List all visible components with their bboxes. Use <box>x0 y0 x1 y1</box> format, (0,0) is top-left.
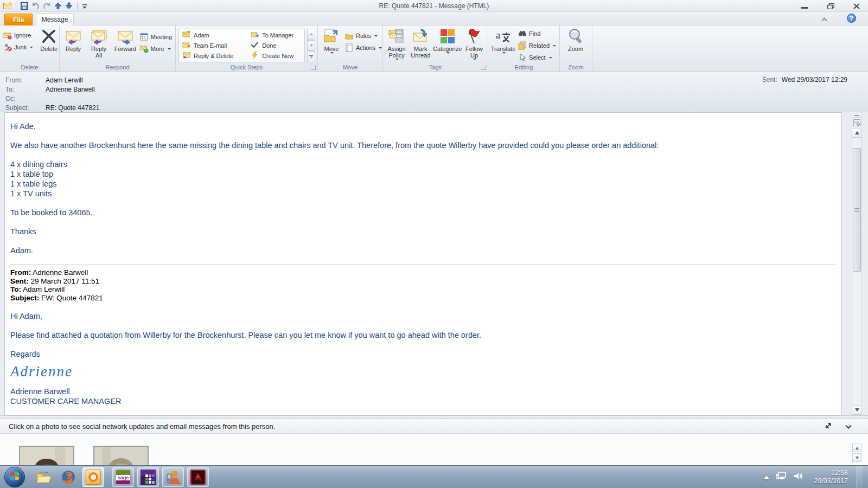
group-caption-tags: Tags <box>383 64 488 70</box>
to-value: Adrienne Barwell <box>46 86 95 93</box>
quick-access-toolbar <box>0 2 87 10</box>
minimize-ribbon-button[interactable] <box>818 15 830 23</box>
start-button[interactable] <box>4 467 25 487</box>
delete-x-icon <box>40 28 58 45</box>
message-body[interactable]: Hi Ade, We also have another Brockenhurs… <box>4 112 842 415</box>
triangle-up-icon <box>856 447 859 450</box>
quoted-to-value: Adam Lerwill <box>23 285 65 293</box>
body-scrollbar[interactable] <box>852 113 862 415</box>
svg-text:a: a <box>496 30 500 41</box>
sent-label: Sent: <box>762 76 777 84</box>
quick-steps-scroll-down-button[interactable] <box>307 40 315 51</box>
taskbar-outlook-button[interactable] <box>82 467 104 487</box>
show-desktop-button[interactable] <box>857 466 863 488</box>
quick-steps-scroll-up-button[interactable] <box>307 29 315 40</box>
splitter-grip[interactable] <box>852 113 861 118</box>
quick-step-to-manager[interactable]: To Manager <box>251 30 301 40</box>
categorize-button[interactable]: Categorize <box>432 27 462 63</box>
reading-pane-icon[interactable] <box>852 118 861 129</box>
select-button[interactable]: Select <box>516 52 558 63</box>
folder-icon <box>36 470 51 485</box>
message-header: From:Adam Lerwill To:Adrienne Barwell Cc… <box>0 72 868 112</box>
group-caption-quick-steps: Quick Steps <box>176 64 317 70</box>
quoted-from-label: From: <box>10 268 31 277</box>
subject-value: RE: Quote 447821 <box>46 104 99 112</box>
related-button[interactable]: Related <box>516 40 558 51</box>
quick-step-team-email[interactable]: Team E-mail <box>182 41 241 50</box>
save-button[interactable] <box>21 2 28 10</box>
junk-icon <box>3 43 12 52</box>
divider <box>16 2 16 10</box>
junk-button[interactable]: Junk <box>2 42 35 53</box>
scroll-up-button[interactable] <box>852 129 861 138</box>
quick-step-create-new[interactable]: Create New <box>251 51 301 61</box>
triangle-down-icon <box>310 56 313 59</box>
firefox-icon <box>61 470 76 485</box>
quick-step-adam[interactable]: Adam <box>182 30 241 40</box>
quick-step-done[interactable]: Done <box>251 41 301 50</box>
taskbar-sage-button[interactable]: sage <box>112 467 134 487</box>
scrollbar-thumb[interactable] <box>853 148 861 272</box>
taskbar-contacts-button[interactable] <box>162 467 184 487</box>
taskbar-firefox-button[interactable] <box>58 467 79 487</box>
minimize-button[interactable] <box>797 1 812 11</box>
ribbon-group-zoom: Zoom Zoom <box>560 25 592 72</box>
actions-button[interactable]: Actions <box>343 42 384 53</box>
meeting-button[interactable]: Meeting <box>138 31 174 42</box>
next-item-button[interactable] <box>65 2 73 9</box>
contact-photo[interactable] <box>93 446 149 465</box>
forward-button[interactable]: Forward <box>112 27 138 63</box>
more-respond-button[interactable]: More <box>138 43 174 54</box>
ignore-icon <box>3 31 12 40</box>
find-button[interactable]: Find <box>516 28 558 39</box>
tab-file[interactable]: File <box>4 14 33 25</box>
redo-button[interactable] <box>43 2 51 10</box>
restore-button[interactable] <box>824 1 838 11</box>
taskbar-adobe-reader-button[interactable] <box>187 467 209 487</box>
close-button[interactable] <box>850 1 864 11</box>
mark-unread-button[interactable]: Mark Unread <box>409 27 432 63</box>
quick-step-reply-delete[interactable]: Reply & Delete <box>182 51 241 61</box>
rules-button[interactable]: Rules <box>343 30 384 41</box>
follow-up-button[interactable]: Follow Up <box>462 27 486 63</box>
body-paragraph: We also have another Brockenhurst here t… <box>10 140 836 150</box>
network-icon[interactable] <box>776 471 787 483</box>
scroll-down-button[interactable] <box>852 405 861 414</box>
dialog-launcher-icon[interactable] <box>481 65 486 70</box>
expand-people-pane-button[interactable] <box>825 422 832 431</box>
contact-photo[interactable] <box>19 446 74 465</box>
group-caption-respond: Respond <box>60 64 175 70</box>
tab-message[interactable]: Message <box>36 13 74 26</box>
volume-icon[interactable] <box>793 471 804 483</box>
people-pane-splitter[interactable] <box>0 415 868 419</box>
assign-policy-button[interactable]: Assign Policy <box>385 27 409 63</box>
move-button[interactable]: Move <box>320 27 343 63</box>
quick-step-icon <box>182 31 191 40</box>
quick-steps-more-button[interactable] <box>307 52 315 62</box>
dropdown-arrow-icon <box>553 45 556 47</box>
lightning-icon <box>251 52 259 60</box>
previous-item-button[interactable] <box>54 2 62 9</box>
tray-expand-icon[interactable] <box>764 476 769 479</box>
taskbar-clock[interactable]: 12:58 29/03/2017 <box>814 469 848 485</box>
people-scroll-up-button[interactable] <box>852 444 861 452</box>
ribbon-group-delete: Ignore Junk Delete Delete <box>0 25 60 72</box>
customize-qat-button[interactable] <box>82 3 87 9</box>
ribbon-empty-space <box>592 25 868 72</box>
translate-button[interactable]: a Translate <box>490 27 516 63</box>
reply-all-button[interactable]: Reply All <box>85 27 112 63</box>
reply-button[interactable]: Reply <box>61 27 85 63</box>
dialog-launcher-icon[interactable] <box>311 65 316 70</box>
taskbar-explorer-button[interactable] <box>33 467 54 487</box>
help-button[interactable]: ? <box>847 14 856 23</box>
zoom-button[interactable]: Zoom <box>561 27 590 63</box>
collapse-people-pane-button[interactable] <box>845 422 852 431</box>
delete-button[interactable]: Delete <box>37 27 61 63</box>
triangle-down-icon <box>310 44 313 47</box>
undo-button[interactable] <box>31 2 40 10</box>
handwritten-signature: Adrienne <box>10 363 836 380</box>
taskbar-grid-app-button[interactable] <box>137 467 159 487</box>
people-scroll-down-button[interactable] <box>852 453 861 462</box>
ignore-button[interactable]: Ignore <box>2 30 35 41</box>
body-paragraph2: Please find attached a quotation from Wi… <box>10 330 836 340</box>
